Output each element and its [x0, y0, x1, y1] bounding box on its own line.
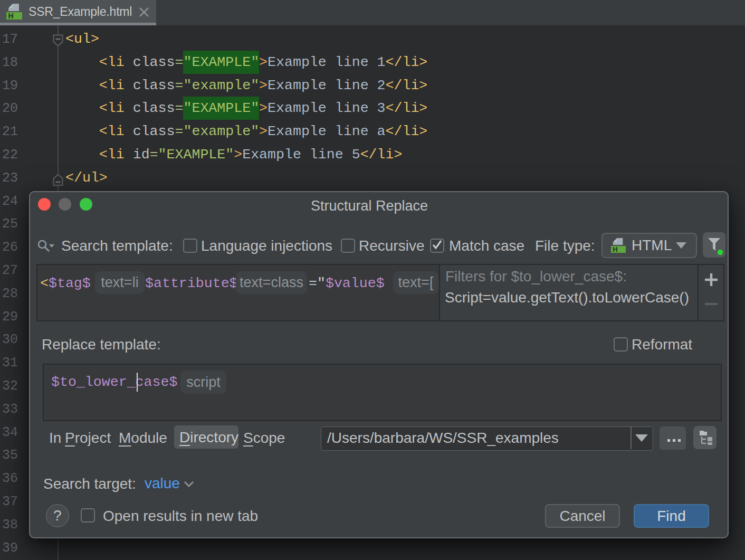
svg-text:H: H	[613, 245, 617, 253]
svg-text:H: H	[8, 12, 14, 20]
